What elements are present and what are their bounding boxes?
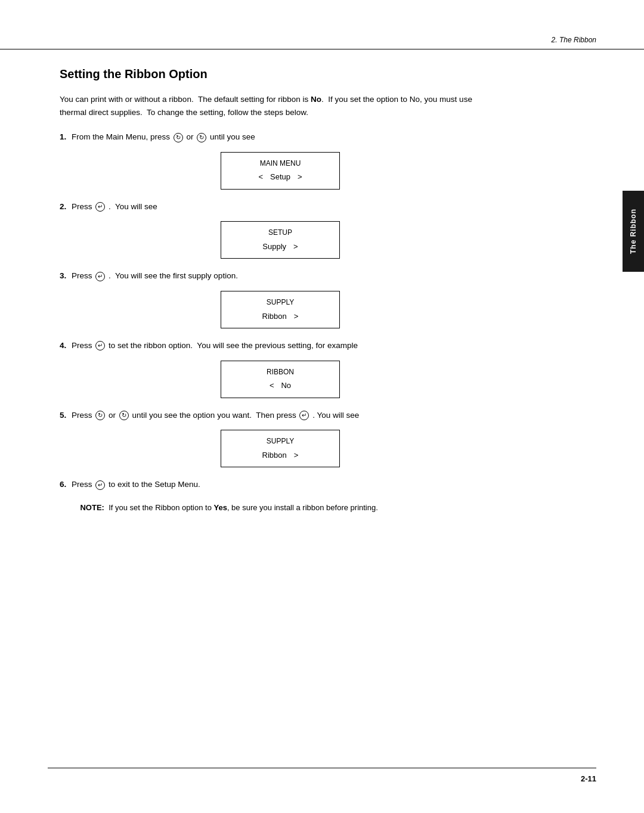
step-3-number: 3. [60, 269, 66, 283]
main-content: Setting the Ribbon Option You can print … [0, 67, 549, 514]
lcd-2-center: Supply [262, 240, 286, 253]
step-6-text: 6. Press to exit to the Setup Menu. [60, 478, 501, 491]
lcd-1-center: Setup [270, 170, 290, 184]
lcd-5-arrow-right: > [294, 448, 299, 462]
step-1-number: 1. [60, 131, 66, 144]
lcd-box-1: MAIN MENU < Setup > [221, 152, 340, 190]
sidebar-tab-container: The Ribbon [623, 191, 644, 272]
step-4-text: 4. Press to set the ribbon option. You w… [60, 339, 501, 352]
lcd-5-line1: SUPPLY [231, 435, 330, 448]
lcd-2-line1: SETUP [231, 226, 330, 240]
lcd-1-arrow-right: > [298, 170, 302, 184]
scroll-right-icon-5 [119, 411, 129, 420]
scroll-right-icon [197, 133, 206, 142]
step-3-text: 3. Press . You will see the first supply… [60, 269, 501, 283]
lcd-3-arrow-right: > [294, 309, 299, 323]
lcd-3-line2: Ribbon > [231, 309, 330, 323]
lcd-1-line1: MAIN MENU [231, 157, 330, 170]
lcd-4-line1: RIBBON [231, 366, 330, 379]
lcd-box-4: RIBBON < No [221, 361, 340, 398]
note-label: NOTE: [80, 503, 104, 512]
step-6-number: 6. [60, 478, 66, 491]
step-2-number: 2. [60, 200, 66, 213]
scroll-left-icon-5 [95, 411, 105, 420]
header-chapter-ref: 2. The Ribbon [552, 36, 596, 44]
step-1-text: 1. From the Main Menu, press or until yo… [60, 131, 501, 144]
enter-icon-2 [95, 202, 105, 212]
lcd-5-line2: Ribbon > [231, 448, 330, 462]
lcd-4-center: No [281, 378, 291, 392]
enter-icon-4 [95, 341, 105, 350]
note-block: NOTE: If you set the Ribbon option to Ye… [60, 502, 501, 514]
scroll-left-icon [174, 133, 183, 142]
lcd-2-line2: Supply > [231, 240, 330, 253]
page-container: 2. The Ribbon Setting the Ribbon Option … [0, 0, 644, 813]
enter-icon-5 [299, 411, 309, 420]
lcd-3-line1: SUPPLY [231, 296, 330, 309]
lcd-4-arrow-left: < [270, 378, 274, 392]
section-title: Setting the Ribbon Option [60, 67, 501, 81]
lcd-box-5: SUPPLY Ribbon > [221, 430, 340, 467]
step-5-number: 5. [60, 409, 66, 422]
lcd-box-3: SUPPLY Ribbon > [221, 291, 340, 328]
lcd-2-arrow-right: > [293, 240, 298, 253]
enter-icon-3 [95, 272, 105, 281]
step-4-number: 4. [60, 339, 66, 352]
step-5: 5. Press or until you see the option you… [60, 409, 501, 468]
lcd-box-2: SETUP Supply > [221, 221, 340, 259]
lcd-1-arrow-left: < [258, 170, 263, 184]
lcd-3-center: Ribbon [262, 309, 287, 323]
step-2-text: 2. Press . You will see [60, 200, 501, 213]
step-3: 3. Press . You will see the first supply… [60, 269, 501, 328]
step-5-text: 5. Press or until you see the option you… [60, 409, 501, 422]
lcd-1-line2: < Setup > [231, 170, 330, 184]
lcd-4-line2: < No [231, 378, 330, 392]
page-header: 2. The Ribbon [0, 36, 644, 49]
step-1: 1. From the Main Menu, press or until yo… [60, 131, 501, 190]
exit-icon-6 [95, 480, 105, 490]
lcd-5-center: Ribbon [262, 448, 287, 462]
step-4: 4. Press to set the ribbon option. You w… [60, 339, 501, 398]
sidebar-tab-label: The Ribbon [629, 209, 637, 254]
page-footer: 2-11 [48, 768, 596, 783]
page-number: 2-11 [581, 774, 596, 783]
step-6: 6. Press to exit to the Setup Menu. [60, 478, 501, 491]
step-2: 2. Press . You will see SETUP Supply > [60, 200, 501, 259]
intro-paragraph: You can print with or without a ribbon. … [60, 93, 501, 119]
